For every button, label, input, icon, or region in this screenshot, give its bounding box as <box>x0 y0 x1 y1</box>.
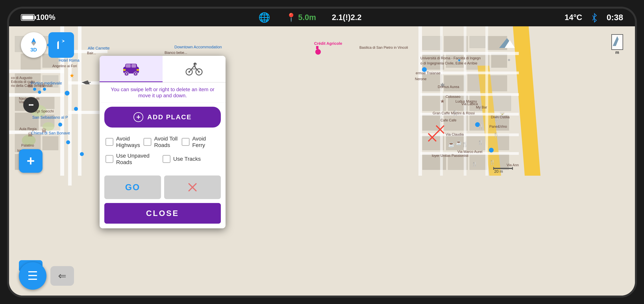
status-center: 🌐 📍 5.0m 2.1(!)2.2 <box>258 12 362 23</box>
close-button[interactable]: CLOSE <box>104 203 221 224</box>
map-label-colosseo: Colosseo <box>446 95 460 99</box>
svg-rect-131 <box>136 69 139 71</box>
battery-body <box>21 14 35 21</box>
avoid-ferry-option: Avoid Ferry <box>182 135 220 149</box>
turn-arrow-button[interactable] <box>48 32 74 58</box>
temperature-display: 14°C <box>565 13 582 22</box>
map-label-domus: Domus Aurea <box>438 85 459 89</box>
map-label-via-labica: Via Labica <box>461 102 478 106</box>
back-arrow-icon: ⇐ <box>58 271 66 281</box>
device-frame: 100% 🌐 📍 5.0m 2.1(!)2.2 14°C 0:38 <box>7 7 637 298</box>
map-label-via-marco: Via Marco Aurel <box>458 150 482 154</box>
turn-right-icon <box>53 37 69 53</box>
gps-info: 📍 5.0m <box>286 12 316 22</box>
status-bar: 100% 🌐 📍 5.0m 2.1(!)2.2 14°C 0:38 <box>9 9 635 26</box>
zoom-in-button[interactable]: + <box>19 149 42 173</box>
use-unpaved-label: Use Unpaved Roads <box>116 152 162 166</box>
scale-unit-text: m <box>615 50 619 55</box>
action-buttons: GO <box>104 175 221 199</box>
gps-pin-icon: 📍 <box>286 12 296 22</box>
map-label-credit-agricole: Crédit Agricole <box>314 41 342 46</box>
compass-icon <box>28 37 40 47</box>
car-icon <box>122 62 140 75</box>
bluetooth-icon <box>590 12 599 22</box>
map-label-basilica: Basilica di San Pietro in Vincoli <box>360 46 408 50</box>
svg-point-127 <box>135 73 136 75</box>
route-options: AvoidHighways Avoid TollRoads Avoid Ferr… <box>100 132 226 173</box>
map-3d-button[interactable]: 3D <box>21 32 46 58</box>
menu-button[interactable]: ☰ <box>19 262 46 290</box>
map-label-palatino: Palatino <box>21 144 34 148</box>
transport-bike-option[interactable] <box>162 56 226 82</box>
close-label: CLOSE <box>146 209 179 218</box>
use-unpaved-option: Use Unpaved Roads <box>106 152 162 166</box>
map-label-pane-vino: Pane&Vino <box>489 125 507 129</box>
use-tracks-checkbox[interactable] <box>162 155 170 163</box>
svg-point-117 <box>29 104 30 106</box>
svg-point-119 <box>30 104 32 106</box>
3d-label: 3D <box>30 47 37 53</box>
scale-indicator: m <box>611 34 623 55</box>
use-tracks-label: Use Tracks <box>173 156 201 162</box>
time-display: 0:38 <box>606 13 623 22</box>
avoid-ferry-label: Avoid Ferry <box>192 135 220 149</box>
use-tracks-option: Use Tracks <box>162 155 220 163</box>
back-button[interactable]: ⇐ <box>50 266 74 286</box>
map-label-alle-carrette: Alle Carrette <box>88 46 110 50</box>
transport-car-option[interactable] <box>100 56 162 82</box>
cancel-button[interactable] <box>164 175 221 199</box>
menu-hamburger-icon: ☰ <box>27 270 38 282</box>
go-button[interactable]: GO <box>104 175 161 199</box>
map-label-aula-regia: Aula Regia <box>19 127 36 131</box>
main-content: ★ ★ ● 🍴 🍴 🍴 🍴 🍴 🍴 🍴 🍴 🍸 ☕ ☕ <box>9 26 635 296</box>
battery-percent: 100% <box>36 13 55 22</box>
avoid-toll-checkbox[interactable] <box>144 138 151 146</box>
map-label-edicola: Edicola di culto <box>11 80 35 84</box>
map-label-hotel-roma: Hotel Roma <box>59 58 80 63</box>
avoid-toll-option: Avoid TollRoads <box>144 135 182 149</box>
transport-selector <box>100 56 226 83</box>
svg-rect-129 <box>132 64 136 68</box>
map-label-via-claudia: Via Claudia <box>446 133 464 137</box>
status-left: 100% <box>21 13 55 22</box>
map-label-termae: ermae Traianae <box>416 71 440 75</box>
options-row-1: AvoidHighways Avoid TollRoads Avoid Ferr… <box>106 135 220 149</box>
map-label-bair: Bair... <box>87 51 96 55</box>
plus-icon: + <box>27 154 35 168</box>
avoid-highways-label: AvoidHighways <box>116 135 140 149</box>
svg-rect-128 <box>126 64 131 68</box>
svg-point-126 <box>126 73 127 75</box>
map-label-gran-caffe: Gran Caffe Martini & Rossi <box>432 111 475 115</box>
avoid-highways-option: AvoidHighways <box>106 135 144 149</box>
map-label-univ1: Università di Roma - Facoltà di Ingegn <box>420 56 481 60</box>
options-row-2: Use Unpaved Roads Use Tracks <box>106 152 220 166</box>
avoid-toll-label: Avoid TollRoads <box>154 135 178 149</box>
globe-icon: 🌐 <box>258 12 270 23</box>
map-label-cafe-cafe: Cafe Cafe <box>440 118 456 123</box>
map-label-bianco: Bianco bebe... <box>164 51 187 55</box>
map-label-univ2: o di Ingegneria Civile, Edile e Arribie <box>420 61 477 65</box>
map-label-loyer: loyer Unitas Passionisti <box>432 154 468 158</box>
hint-text: You can swipe left or right to delete an… <box>100 83 226 103</box>
battery-fill <box>22 15 34 20</box>
scale-box <box>611 34 623 50</box>
svg-point-118 <box>32 104 34 106</box>
avoid-ferry-checkbox[interactable] <box>182 138 190 146</box>
mountain-scale-icon <box>612 35 622 49</box>
gps-distance: 5.0m <box>298 13 316 22</box>
add-place-label: ADD PLACE <box>147 113 192 121</box>
settings-dot-button[interactable] <box>23 97 39 113</box>
map-label-downtown: Downtown Accommodation <box>174 45 222 49</box>
cancel-x-icon <box>186 181 198 193</box>
bike-icon <box>185 62 203 76</box>
speed-display: 2.1(!)2.2 <box>332 13 362 22</box>
svg-rect-130 <box>123 69 126 71</box>
avoid-highways-checkbox[interactable] <box>106 138 113 146</box>
map-label-nerone: Nerone <box>415 77 426 81</box>
map-label-co-di: co di Augusto <box>11 76 32 80</box>
map-label-san-seb: San Sebastiano al P <box>32 115 68 120</box>
map-label-rio-della: rio della Casa delle Vestali <box>11 84 52 88</box>
go-label: GO <box>125 182 140 192</box>
add-place-button[interactable]: + ADD PLACE <box>104 107 221 128</box>
use-unpaved-checkbox[interactable] <box>106 155 113 163</box>
